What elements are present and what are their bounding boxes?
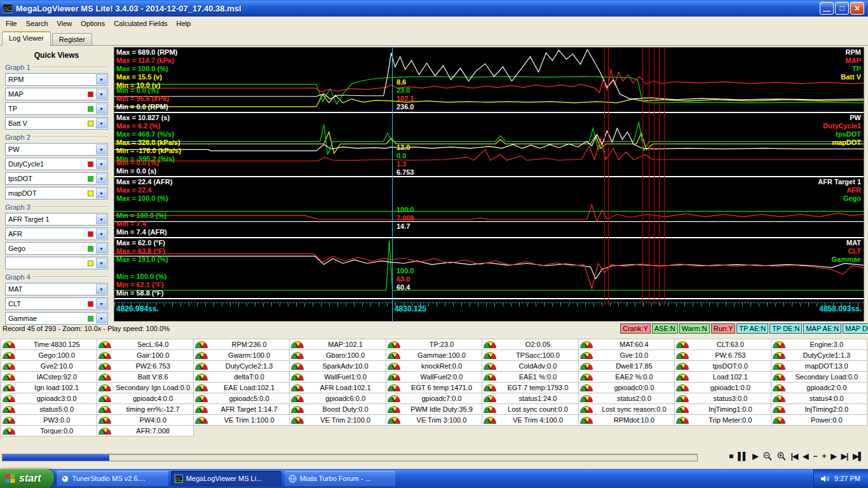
chevron-down-icon[interactable]: ▼ — [96, 104, 107, 114]
chevron-down-icon[interactable]: ▼ — [96, 188, 107, 198]
step-forward-button[interactable]: ▶ — [831, 452, 836, 460]
gauge-cell-wallfuel2: WallFuel2:0.0 — [386, 372, 482, 383]
taskbar-task-miata-turbo-forum[interactable]: Miata Turbo Forum - ... — [285, 471, 395, 486]
start-button[interactable]: start — [0, 469, 54, 488]
menu-item-calculated-fields[interactable]: Calculated Fields — [109, 18, 172, 29]
graph-panel-2[interactable]: Max = 10.827 (s)Max = 6.2 (%)Max = 468.7… — [114, 113, 864, 177]
chevron-down-icon[interactable]: ▼ — [96, 118, 107, 128]
chevron-down-icon[interactable]: ▼ — [96, 284, 107, 294]
go-to-last-button[interactable]: ▶▌ — [853, 452, 863, 460]
pause-button[interactable]: ▌▌ — [738, 452, 747, 460]
chevron-down-icon[interactable]: ▼ — [96, 173, 107, 184]
menu-item-view[interactable]: View — [53, 18, 77, 29]
taskbar-task-tunerstudio-ms-v2-6[interactable]: TunerStudio MS v2.6.... — [57, 471, 168, 486]
close-button[interactable]: × — [850, 2, 864, 15]
minimize-button[interactable]: — — [820, 2, 834, 15]
gauge-icon — [676, 363, 689, 370]
graph-area[interactable]: Max = 689.0 (RPM)Max = 114.7 (kPa)Max = … — [114, 47, 864, 322]
graph-panel-3[interactable]: Max = 22.4 (AFR)Max = 22.4Max = 100.0 (%… — [114, 177, 864, 238]
volume-icon[interactable] — [820, 475, 830, 483]
speed-down-button[interactable]: − — [813, 452, 817, 460]
gauge-icon — [484, 341, 496, 348]
gauge-icon — [484, 395, 496, 402]
gauge-cell-injtiming2: InjTiming2:0.0 — [771, 404, 867, 415]
menu-item-help[interactable]: Help — [172, 18, 196, 29]
speed-up-button[interactable]: + — [822, 452, 825, 460]
flag-crank-y: Crank:Y — [620, 323, 651, 334]
gauge-cell-deltat: deltaT:0.0 — [194, 372, 290, 383]
graph4-field-1-selector[interactable]: MAT▼ — [5, 283, 108, 295]
gauge-icon — [98, 374, 111, 381]
graph3-field-1-selector[interactable]: AFR Target 1▼ — [5, 213, 108, 226]
taskbar-task-megalogviewer-ms-li[interactable]: MegaLogViewer MS Li... — [171, 471, 281, 486]
jump-to-start-button[interactable]: |◀ — [791, 452, 798, 460]
chevron-down-icon[interactable]: ▼ — [96, 229, 107, 239]
menu-item-options[interactable]: Options — [76, 18, 109, 29]
gauge-label: VE Trim 3:100.0 — [402, 416, 482, 424]
graph1-field-4-selector[interactable]: Batt V▼ — [5, 117, 108, 130]
chevron-down-icon[interactable]: ▼ — [96, 214, 107, 224]
maximize-button[interactable]: □ — [835, 2, 849, 15]
gauge-cell-gpioadc5: gpioadc5:0.0 — [194, 393, 290, 404]
gauge-label: deltaT:0.0 — [209, 373, 289, 381]
gauge-icon — [195, 417, 208, 424]
graph-4-min-labels: Min = 100.0 (%)Min = 62.1 (°F)Min = 58.8… — [116, 273, 166, 297]
zoom-in-button[interactable] — [777, 452, 786, 461]
gauge-icon — [291, 395, 304, 402]
zoom-out-button[interactable] — [763, 452, 772, 461]
graph3-field-4-selector[interactable]: ▼ — [5, 257, 108, 269]
gauge-cell-ve-trim-2: VE Trim 2:100.0 — [290, 415, 386, 426]
gauge-cell-gpioadc0: gpioadc0:0.0 — [579, 383, 675, 393]
chevron-down-icon[interactable]: ▼ — [96, 313, 107, 323]
timeline[interactable]: 4826.984ss. 4830.125 4858.093ss. — [114, 299, 864, 315]
step-back-button[interactable]: ◀ — [803, 452, 808, 460]
gauge-icon — [98, 363, 111, 370]
chevron-down-icon[interactable]: ▼ — [96, 258, 107, 268]
stop-button[interactable]: ■ — [729, 452, 733, 460]
system-tray: 9:27 PM — [813, 469, 868, 488]
graph3-field-3-selector[interactable]: Gego▼ — [5, 242, 108, 255]
gauge-cell-gpioadc3: gpioadc3:0.0 — [1, 393, 97, 404]
gauge-icon — [773, 406, 785, 413]
gauge-cell-eae-load: EAE Load:102.1 — [194, 383, 290, 393]
graph-3-plot — [114, 177, 864, 237]
gauge-icon — [3, 352, 15, 359]
graph2-field-4-selector[interactable]: mapDOT▼ — [5, 187, 108, 200]
graph-panel-1[interactable]: Max = 689.0 (RPM)Max = 114.7 (kPa)Max = … — [114, 48, 864, 113]
gauge-cell-dutycycle2: DutyCycle2:1.3 — [194, 361, 290, 372]
menu-item-file[interactable]: File — [1, 18, 22, 29]
gauge-icon — [98, 352, 111, 359]
graph-panel-4[interactable]: Max = 62.0 (°F)Max = 63.8 (°F)Max = 191.… — [114, 238, 864, 299]
graph2-field-2-selector[interactable]: DutyCycle1▼ — [5, 158, 108, 170]
graph2-field-1-selector[interactable]: PW▼ — [5, 143, 108, 156]
gauge-label: PW4:0.0 — [112, 416, 193, 424]
log-position-slider[interactable] — [2, 454, 698, 461]
tab-log-viewer[interactable]: Log Viewer — [2, 31, 51, 46]
gauge-label: MAP:102.1 — [305, 341, 385, 348]
titlebar[interactable]: MegaLogViewer MS Lite! 3.4.03 - 2014-12-… — [0, 0, 868, 17]
gauge-cell-timing-err: timing err%:-12.7 — [97, 404, 193, 415]
graph1-field-2-selector[interactable]: MAP▼ — [5, 88, 108, 100]
chevron-down-icon[interactable]: ▼ — [96, 243, 107, 254]
graph2-field-3-selector[interactable]: tpsDOT▼ — [5, 172, 108, 185]
graph1-field-1-selector[interactable]: RPM▼ — [5, 73, 108, 86]
graph3-field-2-selector[interactable]: AFR▼ — [5, 227, 108, 240]
gauge-icon — [195, 406, 208, 413]
menu-item-search[interactable]: Search — [22, 18, 53, 29]
gauge-cell-lost-sync-count: Lost sync count:0.0 — [482, 404, 578, 415]
gauge-cell-tp: TP:23.0 — [386, 339, 482, 350]
graph1-field-3-selector[interactable]: TP▼ — [5, 102, 108, 115]
chevron-down-icon[interactable]: ▼ — [96, 299, 107, 309]
tab-register[interactable]: Register — [52, 33, 92, 45]
jump-to-end-button[interactable]: ▶| — [841, 452, 848, 460]
chevron-down-icon[interactable]: ▼ — [96, 159, 107, 169]
chevron-down-icon[interactable]: ▼ — [96, 89, 107, 99]
play-button[interactable]: ▶ — [752, 452, 757, 460]
chevron-down-icon[interactable]: ▼ — [96, 74, 107, 85]
gauge-label: Ign load:102.1 — [17, 384, 97, 391]
chevron-down-icon[interactable]: ▼ — [96, 144, 107, 154]
gauge-label: WallFuel1:0.0 — [305, 373, 385, 381]
gauge-label: PW:6.753 — [690, 351, 770, 359]
graph4-field-2-selector[interactable]: CLT▼ — [5, 297, 108, 310]
gauge-icon — [388, 417, 400, 424]
